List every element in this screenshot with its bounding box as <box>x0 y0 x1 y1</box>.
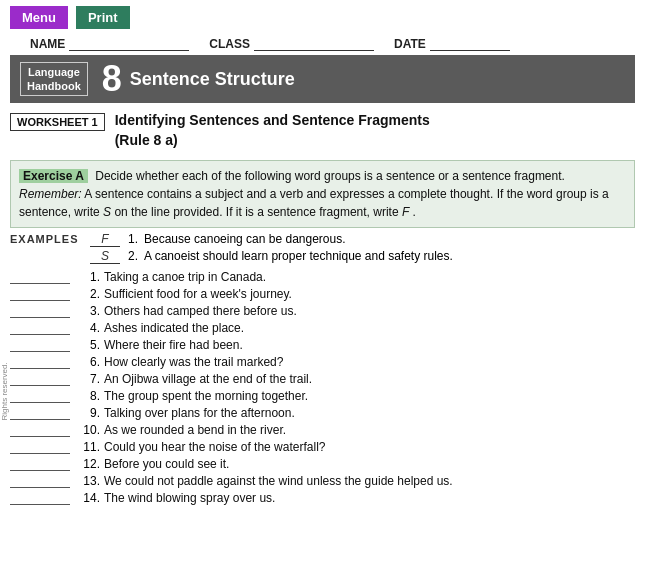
item-text-11: Could you hear the noise of the waterfal… <box>104 440 325 454</box>
list-item: 11.Could you hear the noise of the water… <box>10 440 635 454</box>
item-blank-12[interactable] <box>10 457 70 471</box>
worksheet-title-line2: (Rule 8 a) <box>115 131 430 151</box>
item-text-12: Before you could see it. <box>104 457 229 471</box>
f-italic: F <box>402 205 409 219</box>
fields-row: NAME CLASS DATE <box>0 35 645 55</box>
item-text-1: Taking a canoe trip in Canada. <box>104 270 266 284</box>
item-blank-9[interactable] <box>10 406 70 420</box>
item-blank-10[interactable] <box>10 423 70 437</box>
item-blank-7[interactable] <box>10 372 70 386</box>
example-1-num: 1. <box>128 232 138 246</box>
item-num-13: 13. <box>78 474 100 488</box>
item-blank-6[interactable] <box>10 355 70 369</box>
list-item: 4.Ashes indicated the place. <box>10 321 635 335</box>
item-text-4: Ashes indicated the place. <box>104 321 244 335</box>
date-line[interactable] <box>430 37 510 51</box>
worksheet-title: Identifying Sentences and Sentence Fragm… <box>115 111 430 150</box>
item-num-10: 10. <box>78 423 100 437</box>
example-row-2: S 2. A canoeist should learn proper tech… <box>90 249 453 264</box>
list-item: 3.Others had camped there before us. <box>10 304 635 318</box>
class-line[interactable] <box>254 37 374 51</box>
item-num-6: 6. <box>78 355 100 369</box>
handbook-line1: Language <box>27 65 81 79</box>
remember-label: Remember: <box>19 187 82 201</box>
list-item: 12.Before you could see it. <box>10 457 635 471</box>
item-num-8: 8. <box>78 389 100 403</box>
list-item: 7.An Ojibwa village at the end of the tr… <box>10 372 635 386</box>
list-item: 2.Sufficient food for a week's journey. <box>10 287 635 301</box>
list-item: 13.We could not paddle against the wind … <box>10 474 635 488</box>
item-blank-8[interactable] <box>10 389 70 403</box>
name-line[interactable] <box>69 37 189 51</box>
example-2-num: 2. <box>128 249 138 263</box>
item-num-9: 9. <box>78 406 100 420</box>
name-label: NAME <box>30 37 65 51</box>
chapter-number: 8 <box>102 61 122 97</box>
exercise-block: Exercise A Decide whether each of the fo… <box>10 160 635 228</box>
item-num-14: 14. <box>78 491 100 505</box>
lesson-title: Sentence Structure <box>130 69 295 90</box>
item-num-2: 2. <box>78 287 100 301</box>
item-text-7: An Ojibwa village at the end of the trai… <box>104 372 312 386</box>
remember-mid: on the line provided. If it is a sentenc… <box>114 205 398 219</box>
item-text-13: We could not paddle against the wind unl… <box>104 474 453 488</box>
item-blank-2[interactable] <box>10 287 70 301</box>
list-item: 10.As we rounded a bend in the river. <box>10 423 635 437</box>
remember-end: . <box>413 205 416 219</box>
item-text-3: Others had camped there before us. <box>104 304 297 318</box>
worksheet-row: WORKSHEET 1 Identifying Sentences and Se… <box>10 107 635 154</box>
items-section: 1.Taking a canoe trip in Canada.2.Suffic… <box>10 270 635 505</box>
list-item: 9.Talking over plans for the afternoon. <box>10 406 635 420</box>
example-1-answer: F <box>90 232 120 247</box>
examples-list: F 1. Because canoeing can be dangerous. … <box>90 232 453 266</box>
item-text-8: The group spent the morning together. <box>104 389 308 403</box>
item-blank-3[interactable] <box>10 304 70 318</box>
date-label: DATE <box>394 37 426 51</box>
s-italic: S <box>103 205 111 219</box>
item-text-6: How clearly was the trail marked? <box>104 355 283 369</box>
exercise-instruction: Decide whether each of the following wor… <box>95 169 565 183</box>
example-2-text: A canoeist should learn proper technique… <box>144 249 453 263</box>
list-item: 5.Where their fire had been. <box>10 338 635 352</box>
example-2-answer: S <box>90 249 120 264</box>
item-text-2: Sufficient food for a week's journey. <box>104 287 292 301</box>
item-num-1: 1. <box>78 270 100 284</box>
list-item: 8.The group spent the morning together. <box>10 389 635 403</box>
lesson-header: Language Handbook 8 Sentence Structure <box>10 55 635 103</box>
item-blank-4[interactable] <box>10 321 70 335</box>
print-button[interactable]: Print <box>76 6 130 29</box>
list-item: 6.How clearly was the trail marked? <box>10 355 635 369</box>
example-row-1: F 1. Because canoeing can be dangerous. <box>90 232 453 247</box>
item-num-7: 7. <box>78 372 100 386</box>
worksheet-label: WORKSHEET 1 <box>10 113 105 131</box>
name-field: NAME <box>30 37 189 51</box>
item-num-4: 4. <box>78 321 100 335</box>
item-num-5: 5. <box>78 338 100 352</box>
item-text-9: Talking over plans for the afternoon. <box>104 406 295 420</box>
item-num-11: 11. <box>78 440 100 454</box>
item-num-12: 12. <box>78 457 100 471</box>
item-text-10: As we rounded a bend in the river. <box>104 423 286 437</box>
worksheet-title-line1: Identifying Sentences and Sentence Fragm… <box>115 111 430 131</box>
menu-button[interactable]: Menu <box>10 6 68 29</box>
examples-container: EXAMPLES F 1. Because canoeing can be da… <box>10 232 635 266</box>
item-num-3: 3. <box>78 304 100 318</box>
item-text-14: The wind blowing spray over us. <box>104 491 275 505</box>
handbook-line2: Handbook <box>27 79 81 93</box>
list-item: 1.Taking a canoe trip in Canada. <box>10 270 635 284</box>
item-text-5: Where their fire had been. <box>104 338 243 352</box>
list-item: 14.The wind blowing spray over us. <box>10 491 635 505</box>
toolbar: Menu Print <box>0 0 645 35</box>
exercise-label: Exercise A <box>19 169 88 183</box>
date-field: DATE <box>394 37 510 51</box>
class-label: CLASS <box>209 37 250 51</box>
example-1-text: Because canoeing can be dangerous. <box>144 232 346 246</box>
handbook-box: Language Handbook <box>20 62 88 97</box>
item-blank-13[interactable] <box>10 474 70 488</box>
item-blank-11[interactable] <box>10 440 70 454</box>
class-field: CLASS <box>209 37 374 51</box>
item-blank-14[interactable] <box>10 491 70 505</box>
item-blank-5[interactable] <box>10 338 70 352</box>
side-rights-text: Rights reserved. <box>0 362 9 420</box>
item-blank-1[interactable] <box>10 270 70 284</box>
